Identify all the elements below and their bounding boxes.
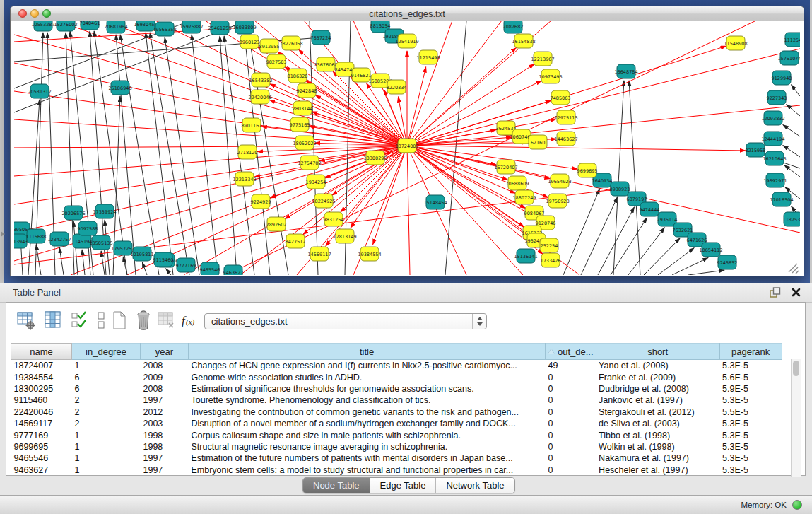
column-header-short[interactable]: short bbox=[596, 344, 719, 360]
table-cell[interactable]: 6 bbox=[72, 371, 141, 382]
network-node[interactable]: 15720407 bbox=[494, 160, 517, 174]
table-cell[interactable]: Yano et al. (2008) bbox=[596, 360, 719, 372]
network-node[interactable]: 8912955 bbox=[259, 39, 280, 53]
network-node[interactable]: 8220334 bbox=[387, 80, 407, 94]
network-window[interactable]: citations_edges.txt 10553287152760027040… bbox=[10, 6, 804, 276]
table-cell[interactable]: 2008 bbox=[141, 360, 189, 372]
network-node[interactable]: 19565358 bbox=[153, 22, 176, 36]
network-node[interactable]: 1187533 bbox=[783, 212, 800, 226]
network-node[interactable]: 11215498 bbox=[416, 50, 440, 64]
resize-grip[interactable] bbox=[789, 264, 799, 274]
table-cell[interactable]: 2 bbox=[72, 407, 141, 418]
table-row[interactable]: 911546021997Tourette syndrome. Phenomeno… bbox=[11, 395, 782, 406]
table-cell[interactable]: Stergiakouli et al. (2012) bbox=[596, 407, 719, 418]
column-header-in-degree[interactable]: in_degree bbox=[72, 344, 141, 360]
table-cell[interactable]: 18724007 bbox=[11, 360, 72, 372]
network-node[interactable]: 19892971 bbox=[763, 173, 787, 187]
network-node[interactable]: 15975887 bbox=[180, 21, 203, 33]
table-cell[interactable]: 0 bbox=[546, 441, 596, 452]
close-panel-icon[interactable] bbox=[790, 286, 802, 298]
table-cell[interactable]: 22420046 bbox=[11, 407, 72, 418]
table-cell[interactable]: 1 bbox=[72, 452, 141, 464]
table-cell[interactable]: Genome-wide association studies in ADHD. bbox=[189, 371, 546, 382]
network-node[interactable]: 13505135 bbox=[89, 235, 112, 250]
network-canvas[interactable]: 1055328715276002704046120681984169304531… bbox=[14, 21, 800, 275]
network-node[interactable]: 20681984 bbox=[104, 21, 127, 33]
float-panel-icon[interactable] bbox=[769, 286, 781, 298]
network-node[interactable]: 8427512 bbox=[286, 234, 306, 248]
network-node[interactable]: 9245652 bbox=[717, 255, 738, 269]
table-cell[interactable]: 9463627 bbox=[11, 465, 72, 476]
table-cell[interactable]: 1997 bbox=[141, 395, 189, 406]
network-node[interactable]: 12093832 bbox=[761, 111, 784, 125]
table-cell[interactable]: Jankovic et al. (1997) bbox=[596, 395, 719, 406]
network-node[interactable]: 10654112 bbox=[699, 243, 722, 257]
table-cell[interactable]: 1 bbox=[72, 441, 141, 452]
network-node[interactable]: 8960123 bbox=[240, 35, 260, 49]
network-node[interactable]: 22420046 bbox=[248, 90, 271, 104]
table-cell[interactable]: 1 bbox=[72, 429, 141, 440]
table-row[interactable]: 1830029562008Estimation of significance … bbox=[11, 383, 782, 395]
network-node[interactable]: 9224929 bbox=[251, 194, 271, 209]
network-node[interactable]: 2087682 bbox=[503, 21, 524, 33]
table-cell[interactable]: 2 bbox=[72, 418, 141, 429]
network-node[interactable]: 12213967 bbox=[531, 52, 554, 66]
table-cell[interactable]: 1998 bbox=[141, 441, 189, 452]
network-node[interactable]: 9775165 bbox=[290, 117, 310, 132]
network-node[interactable]: 18052022 bbox=[293, 136, 316, 150]
table-cell[interactable]: 2003 bbox=[141, 418, 189, 429]
column-header-year[interactable]: year bbox=[141, 344, 189, 360]
network-node[interactable]: 62160 bbox=[529, 135, 547, 149]
select-columns-icon[interactable] bbox=[70, 310, 90, 331]
table-cell[interactable]: 5.3E-5 bbox=[719, 452, 782, 464]
table-cell[interactable]: Wolkin et al. (1998) bbox=[596, 441, 719, 452]
network-node[interactable]: 15136141 bbox=[514, 249, 537, 263]
network-node[interactable]: 15276002 bbox=[54, 21, 77, 31]
tab-network-table[interactable]: Network Table bbox=[436, 478, 514, 493]
network-node[interactable]: 20531312 bbox=[28, 84, 51, 98]
network-node[interactable]: 19384554 bbox=[358, 247, 381, 261]
table-row[interactable]: 969969511998Structural magnetic resonanc… bbox=[11, 441, 782, 452]
network-node[interactable]: 7485063 bbox=[551, 90, 571, 105]
network-node[interactable]: 9242848 bbox=[297, 83, 317, 98]
memory-status-indicator[interactable] bbox=[792, 500, 802, 510]
network-node[interactable]: 10973493 bbox=[539, 69, 562, 83]
table-cell[interactable]: 2008 bbox=[141, 383, 189, 395]
network-node[interactable]: 16210643 bbox=[763, 151, 786, 165]
column-header-pagerank[interactable]: pagerank bbox=[719, 344, 782, 360]
table-cell[interactable]: Changes of HCN gene expression and I(f) … bbox=[189, 360, 546, 372]
table-scrollbar-thumb[interactable] bbox=[793, 361, 799, 376]
table-cell[interactable]: Estimation of the future numbers of pati… bbox=[189, 452, 546, 464]
network-node[interactable]: 9699695 bbox=[577, 163, 598, 177]
table-row[interactable]: 1872400712008Changes of HCN gene express… bbox=[11, 360, 782, 372]
network-node[interactable]: 18226058 bbox=[279, 36, 302, 50]
network-node[interactable]: 9463627 bbox=[223, 265, 244, 275]
table-cell[interactable]: 5.3E-5 bbox=[719, 441, 782, 452]
table-cell[interactable]: 0 bbox=[546, 407, 596, 418]
table-cell[interactable]: 0 bbox=[546, 452, 596, 464]
table-cell[interactable]: 5.3E-5 bbox=[719, 360, 782, 372]
network-node[interactable]: 1112543 bbox=[784, 33, 800, 47]
table-cell[interactable]: Disruption of a novel member of a sodium… bbox=[189, 418, 546, 429]
network-node[interactable]: 9115460 bbox=[153, 252, 174, 267]
table-cell[interactable]: 5.9E-5 bbox=[719, 383, 782, 395]
table-cell[interactable]: 49 bbox=[546, 360, 596, 372]
network-node[interactable]: 9227343 bbox=[767, 90, 787, 105]
table-cell[interactable]: Nakamura et al. (1997) bbox=[596, 452, 719, 464]
table-row[interactable]: 1456911722003Disruption of a novel membe… bbox=[11, 418, 782, 429]
network-node[interactable]: 18807249 bbox=[512, 190, 536, 204]
network-node[interactable]: 1934254 bbox=[306, 175, 326, 189]
table-cell[interactable]: 9777169 bbox=[11, 429, 72, 440]
function-icon[interactable]: f (x) bbox=[180, 310, 199, 331]
table-cell[interactable]: 2012 bbox=[141, 407, 189, 418]
table-cell[interactable]: 9465546 bbox=[11, 452, 72, 464]
table-cell[interactable]: 19384554 bbox=[11, 371, 72, 382]
table-cell[interactable]: 0 bbox=[546, 465, 596, 476]
network-node[interactable]: 10195811 bbox=[130, 247, 153, 261]
network-node[interactable]: 9831254 bbox=[324, 212, 344, 226]
network-node[interactable]: 20206576 bbox=[61, 206, 85, 220]
window-titlebar[interactable]: citations_edges.txt bbox=[11, 6, 804, 21]
network-node[interactable]: 9465546 bbox=[200, 262, 220, 275]
table-scrollbar[interactable] bbox=[791, 359, 801, 477]
network-node[interactable]: 17016504 bbox=[770, 192, 793, 206]
